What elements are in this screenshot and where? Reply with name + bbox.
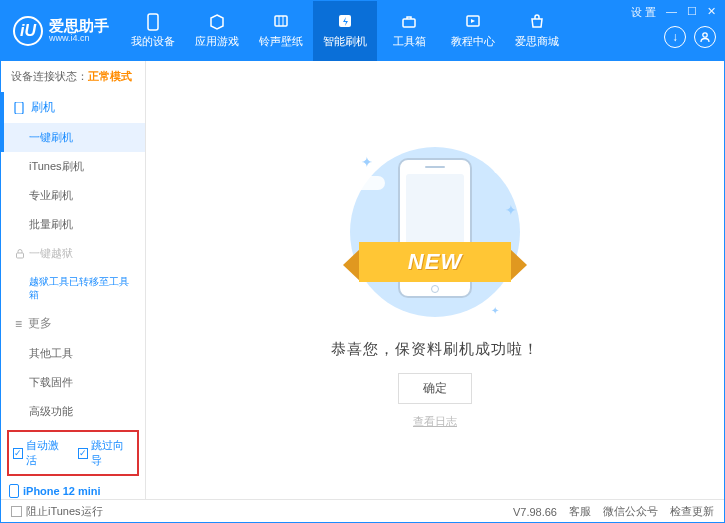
minimize-button[interactable]: — [666, 5, 677, 20]
maximize-button[interactable]: ☐ [687, 5, 697, 20]
checkbox-block-itunes[interactable] [11, 506, 22, 517]
user-icon[interactable] [694, 26, 716, 48]
sidebar: 设备连接状态：正常模式 刷机 一键刷机iTunes刷机专业刷机批量刷机 一键越狱… [1, 61, 146, 499]
success-message: 恭喜您，保资料刷机成功啦！ [331, 340, 539, 359]
sidebar-item-flash-0[interactable]: 一键刷机 [1, 123, 145, 152]
flash-icon [336, 13, 354, 31]
nav-tutorial[interactable]: 教程中心 [441, 1, 505, 61]
brand-url: www.i4.cn [49, 34, 109, 44]
menu-icon: ≡ [15, 317, 22, 331]
nav-toolbox[interactable]: 工具箱 [377, 1, 441, 61]
svg-point-5 [703, 33, 707, 37]
logo-icon: iU [13, 16, 43, 46]
app-header: iU 爱思助手 www.i4.cn 我的设备应用游戏铃声壁纸智能刷机工具箱教程中… [1, 1, 724, 61]
nav-phone[interactable]: 我的设备 [121, 1, 185, 61]
sidebar-item-more-2[interactable]: 高级功能 [1, 397, 145, 426]
wechat-link[interactable]: 微信公众号 [603, 504, 658, 519]
apps-icon [208, 13, 226, 31]
sidebar-item-more-1[interactable]: 下载固件 [1, 368, 145, 397]
customer-service-link[interactable]: 客服 [569, 504, 591, 519]
svg-rect-0 [148, 14, 158, 30]
version-label: V7.98.66 [513, 506, 557, 518]
device-icon [9, 484, 19, 498]
main-content: ✦ ✦ ✦ NEW 恭喜您，保资料刷机成功啦！ 确定 查看日志 [146, 61, 724, 499]
connection-status: 设备连接状态：正常模式 [1, 61, 145, 92]
tutorial-icon [464, 13, 482, 31]
status-bar: 阻止iTunes运行 V7.98.66 客服 微信公众号 检查更新 [1, 499, 724, 523]
svg-rect-6 [15, 102, 23, 114]
options-highlight-box: ✓自动激活 ✓跳过向导 [7, 430, 139, 476]
nav-wallpaper[interactable]: 铃声壁纸 [249, 1, 313, 61]
new-ribbon: NEW [359, 242, 511, 282]
checkbox-auto-activate[interactable]: ✓自动激活 [13, 438, 68, 468]
block-itunes-label: 阻止iTunes运行 [26, 504, 103, 519]
logo-area: iU 爱思助手 www.i4.cn [1, 16, 121, 46]
close-button[interactable]: ✕ [707, 5, 716, 20]
toolbox-icon [400, 13, 418, 31]
nav-shop[interactable]: 爱思商城 [505, 1, 569, 61]
settings-text-button[interactable]: 设 置 [631, 5, 656, 20]
sidebar-item-more-0[interactable]: 其他工具 [1, 339, 145, 368]
wallpaper-icon [272, 13, 290, 31]
sidebar-item-flash-1[interactable]: iTunes刷机 [1, 152, 145, 181]
nav-flash[interactable]: 智能刷机 [313, 1, 377, 61]
brand-name: 爱思助手 [49, 18, 109, 35]
device-info[interactable]: iPhone 12 mini 64GB Down-12mini-13,1 [1, 480, 145, 499]
nav-apps[interactable]: 应用游戏 [185, 1, 249, 61]
sidebar-section-flash[interactable]: 刷机 [1, 92, 145, 123]
svg-rect-7 [17, 253, 24, 258]
jailbreak-note: 越狱工具已转移至工具箱 [1, 268, 145, 308]
shop-icon [528, 13, 546, 31]
svg-rect-3 [403, 19, 415, 27]
checkbox-skip-guide[interactable]: ✓跳过向导 [78, 438, 133, 468]
lock-icon [15, 249, 25, 259]
confirm-button[interactable]: 确定 [398, 373, 472, 404]
svg-rect-8 [10, 485, 19, 498]
view-log-link[interactable]: 查看日志 [413, 414, 457, 429]
sidebar-item-flash-3[interactable]: 批量刷机 [1, 210, 145, 239]
success-illustration: ✦ ✦ ✦ NEW [335, 142, 535, 322]
window-controls: 设 置 — ☐ ✕ [631, 5, 716, 20]
sidebar-section-more[interactable]: ≡ 更多 [1, 308, 145, 339]
svg-rect-1 [275, 16, 287, 26]
main-nav: 我的设备应用游戏铃声壁纸智能刷机工具箱教程中心爱思商城 [121, 1, 569, 61]
phone-icon [13, 102, 25, 114]
check-update-link[interactable]: 检查更新 [670, 504, 714, 519]
sidebar-item-flash-2[interactable]: 专业刷机 [1, 181, 145, 210]
sidebar-item-jailbreak: 一键越狱 [1, 239, 145, 268]
phone-icon [144, 13, 162, 31]
download-icon[interactable]: ↓ [664, 26, 686, 48]
